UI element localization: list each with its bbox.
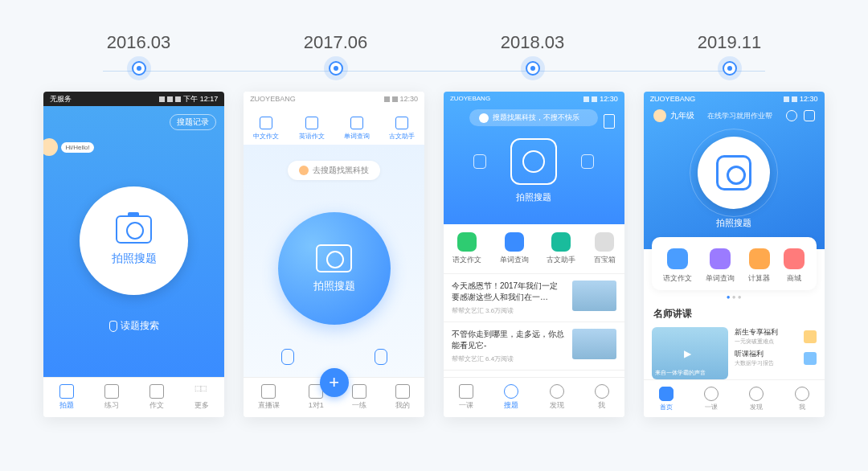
mic-icon[interactable]: [281, 349, 294, 365]
wifi-icon: [159, 96, 165, 102]
camera-icon: [716, 155, 751, 190]
post-meta: 帮帮文艺汇 6.4万阅读: [452, 354, 566, 363]
mascot-bubble: Hi/Hello!: [61, 142, 93, 153]
list-item[interactable]: 新生专享福利一元突破重难点: [735, 327, 817, 346]
tab-discover[interactable]: 发现: [749, 387, 764, 412]
smile-icon: [595, 384, 609, 399]
feat-word[interactable]: 单词查询: [706, 248, 735, 284]
status-time: 下午 12:17: [183, 94, 218, 104]
search-bar[interactable]: 搜题找黑科技，不搜不快乐: [469, 109, 598, 126]
chart-icon: [804, 352, 817, 365]
tab-practice[interactable]: 一练: [352, 384, 366, 411]
quick-word[interactable]: 单词查询: [344, 117, 370, 141]
grade-label: 九年级: [670, 110, 694, 121]
doc-icon: [305, 117, 318, 129]
grid-label: 语文作文: [452, 255, 481, 265]
scan-icon[interactable]: [804, 110, 815, 121]
timeline-dot: [723, 61, 737, 76]
scan-icon[interactable]: [581, 154, 594, 169]
status-bar: ZUOYEBANG 12:30: [644, 92, 825, 106]
status-right: 下午 12:17: [159, 94, 218, 104]
tab-essay[interactable]: 作文: [149, 384, 164, 411]
tab-practice[interactable]: 练习: [104, 384, 119, 411]
quick-label: 古文助手: [389, 132, 415, 141]
phone-2019: ZUOYEBANG 12:30 九年级 在线学习就用作业帮: [644, 92, 825, 417]
post-thumb: [572, 329, 616, 359]
tab-lesson[interactable]: 一课: [459, 384, 473, 411]
search-text: 去搜题找黑科技: [313, 165, 369, 176]
mascot-face: [43, 138, 58, 156]
search-icon: [710, 248, 731, 269]
post-title: 不管你走到哪里，走多远，你总能看见它-: [452, 329, 566, 351]
quick-en-essay[interactable]: 英语作文: [299, 117, 325, 141]
feat-essay[interactable]: 语文作文: [663, 248, 692, 284]
play-icon: [261, 384, 276, 399]
timeline-dot: [526, 61, 540, 76]
camera-button[interactable]: [698, 137, 770, 209]
grid-word[interactable]: 单词查询: [500, 232, 529, 265]
post-meta: 帮帮文艺汇 3.6万阅读: [452, 306, 566, 315]
timeline: 2016.03 2017.06 2018.03 2019.11: [40, 32, 828, 76]
tab-home[interactable]: 首页: [659, 387, 674, 412]
grid-toolbox[interactable]: 百宝箱: [594, 232, 616, 265]
grid-classical[interactable]: 古文助手: [547, 232, 575, 265]
phone-2017: ZUOYEBANG 12:30 中文作文 英语作文 单词查询 古文助手 去搜题找…: [244, 92, 424, 417]
search-pill[interactable]: 去搜题找黑科技: [288, 161, 380, 180]
header: 九年级 在线学习就用作业帮 拍照搜题: [644, 92, 825, 249]
status-bar: ZUOYEBANG 12:30: [244, 92, 424, 106]
tab-label: 首页: [660, 403, 673, 412]
tab-label: 一课: [459, 400, 473, 411]
voice-search[interactable]: 读题搜索: [109, 319, 159, 333]
feat-shop[interactable]: 商城: [784, 248, 805, 284]
voice-label: 读题搜索: [121, 319, 159, 333]
header-top: 九年级 在线学习就用作业帮: [644, 109, 825, 122]
camera-button[interactable]: 拍照搜题: [80, 186, 188, 295]
lesson-card[interactable]: 来自一体学霸的声音: [652, 327, 728, 379]
book-icon: [104, 384, 119, 399]
feed-item[interactable]: 今天感恩节！2017年我们一定要感谢这些人和我们在一…帮帮文艺汇 3.6万阅读: [444, 274, 624, 322]
side-icons: [281, 349, 387, 365]
tab-camera[interactable]: 拍题: [59, 384, 74, 411]
quick-classical[interactable]: 古文助手: [389, 117, 415, 141]
header: ZUOYEBANG 搜题找黑科技，不搜不快乐 拍照搜题: [444, 92, 624, 224]
list-item[interactable]: 听课福利大数据学习报告: [735, 349, 817, 367]
tab-search[interactable]: 搜题: [504, 384, 518, 411]
wifi-icon: [784, 96, 789, 102]
camera-row: [473, 138, 594, 185]
phone-2016: 无服务 下午 12:17 搜题记录 Hi/Hello! 拍照搜题 读题搜索: [43, 92, 224, 417]
tab-lesson[interactable]: 一课: [704, 387, 719, 412]
grid-essay[interactable]: 语文作文: [452, 232, 481, 265]
feed-item[interactable]: 不管你走到哪里，走多远，你总能看见它-帮帮文艺汇 6.4万阅读: [444, 322, 624, 371]
feed[interactable]: 今天感恩节！2017年我们一定要感谢这些人和我们在一…帮帮文艺汇 3.6万阅读 …: [444, 274, 624, 377]
mic-icon: [109, 321, 117, 332]
grade-selector[interactable]: 九年级: [653, 109, 694, 122]
tab-more[interactable]: 更多: [194, 384, 209, 411]
tab-label: 搜题: [504, 400, 518, 411]
calc-icon: [749, 248, 770, 269]
brand-label: ZUOYEBANG: [250, 95, 296, 103]
timeline-date: 2019.11: [698, 32, 762, 53]
mic-icon[interactable]: [473, 154, 486, 169]
camera-icon: [504, 384, 518, 399]
tab-discover[interactable]: 发现: [550, 384, 564, 411]
calculator-icon[interactable]: [604, 114, 615, 129]
bag-icon: [784, 248, 805, 269]
tab-live[interactable]: 直播课: [258, 384, 280, 411]
tab-add[interactable]: +: [320, 368, 349, 397]
tab-me[interactable]: 我: [795, 387, 809, 412]
main-area: 搜题记录 Hi/Hello! 拍照搜题 读题搜索: [43, 106, 224, 377]
timeline-date: 2016.03: [107, 32, 171, 53]
feed-item[interactable]: 不管你走到哪里，走多远，你总能看见它-: [444, 371, 624, 377]
tab-me[interactable]: 我的: [395, 384, 410, 411]
quick-cn-essay[interactable]: 中文作文: [253, 117, 279, 141]
scan-icon[interactable]: [375, 349, 387, 365]
camera-button[interactable]: [510, 138, 557, 185]
search-icon[interactable]: [786, 110, 797, 121]
status-right: 12:30: [384, 95, 419, 103]
history-badge[interactable]: 搜题记录: [170, 114, 216, 130]
home-icon: [659, 387, 674, 401]
camera-button[interactable]: 拍照搜题: [278, 212, 391, 325]
feat-calc[interactable]: 计算器: [748, 248, 770, 284]
tab-me[interactable]: 我: [595, 384, 609, 411]
timeline-item: 2017.06: [304, 32, 368, 76]
